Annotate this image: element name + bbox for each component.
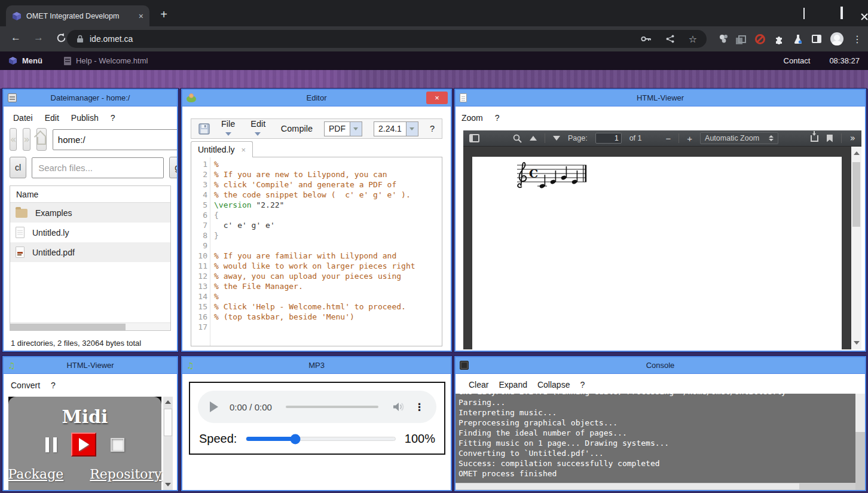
horizontal-scrollbar[interactable] xyxy=(10,322,170,330)
console-titlebar[interactable]: Console xyxy=(456,357,865,374)
menu-publish[interactable]: Publish xyxy=(71,113,99,123)
side-panel-icon[interactable] xyxy=(812,35,821,43)
speed-slider[interactable] xyxy=(246,437,395,441)
home-button[interactable] xyxy=(36,128,47,151)
page-number-input[interactable] xyxy=(595,133,622,144)
sidebar-toggle-icon[interactable] xyxy=(469,134,479,142)
next-page-icon[interactable] xyxy=(553,136,560,141)
address-bar[interactable]: ide.omet.ca ☆ xyxy=(67,30,707,48)
extension-flask-icon[interactable] xyxy=(793,34,803,44)
scroll-up-icon[interactable] xyxy=(165,400,171,404)
console-output[interactable]: GNU LilyPond 2.24.1 (running Guile) Proc… xyxy=(456,394,855,490)
version-select[interactable]: 2.24.1 xyxy=(374,121,418,136)
package-link[interactable]: Package xyxy=(8,467,63,482)
volume-icon[interactable] xyxy=(392,401,405,412)
scrollbar-thumb[interactable] xyxy=(10,324,126,330)
back-button[interactable]: « xyxy=(10,128,17,151)
key-icon[interactable] xyxy=(641,35,652,42)
menu-collapse[interactable]: Collapse xyxy=(537,380,570,389)
version-dropdown-button[interactable] xyxy=(407,121,418,136)
stop-button[interactable] xyxy=(111,438,124,452)
console-vertical-scrollbar[interactable] xyxy=(855,394,865,490)
go-button[interactable]: go xyxy=(169,157,177,178)
path-input[interactable] xyxy=(53,129,177,150)
zoom-in-icon[interactable]: + xyxy=(687,133,692,144)
scrollbar-thumb[interactable] xyxy=(164,409,172,436)
code-editor[interactable]: 1234567891011121314151617 %% If you are … xyxy=(191,157,442,346)
midi-scrollbar[interactable] xyxy=(163,397,173,490)
compile-button[interactable]: Compile xyxy=(281,124,313,133)
scroll-down-icon[interactable] xyxy=(165,483,171,486)
zoom-select[interactable]: Automatic Zoom xyxy=(700,132,778,144)
code-text[interactable]: %% If you are new to Lilypond, you can% … xyxy=(210,157,442,346)
file-row[interactable]: Untitled.ly xyxy=(10,223,170,242)
filemanager-titlebar[interactable]: Dateimanager - home:/ xyxy=(4,90,177,106)
editor-close-button[interactable]: × xyxy=(426,92,448,104)
file-list-header[interactable]: Name xyxy=(10,186,170,203)
browser-tab[interactable]: OMET Integrated Developm × xyxy=(6,5,149,26)
zoom-out-icon[interactable]: − xyxy=(666,133,671,144)
file-row[interactable]: Untitled.pdf xyxy=(10,242,170,262)
audio-seekbar[interactable] xyxy=(286,406,378,408)
clear-button[interactable]: cl xyxy=(10,157,26,178)
bookmark-star-icon[interactable]: ☆ xyxy=(689,34,697,45)
file-menu[interactable]: File xyxy=(221,119,239,138)
menu-expand[interactable]: Expand xyxy=(499,380,527,389)
new-tab-button[interactable]: + xyxy=(155,6,172,23)
taskbar-menu-button[interactable]: Menü xyxy=(8,56,42,65)
scrollbar-thumb[interactable] xyxy=(852,162,860,227)
bookmark-icon[interactable] xyxy=(827,135,833,142)
extension-blocker-icon[interactable] xyxy=(755,34,765,44)
menu-zoom[interactable]: Zoom xyxy=(461,113,483,123)
pdf-viewer-titlebar[interactable]: HTML-Viewer xyxy=(456,90,865,106)
extension-puzzle-icon[interactable] xyxy=(774,34,784,44)
download-icon[interactable] xyxy=(811,135,818,142)
edit-menu[interactable]: Edit xyxy=(250,119,270,138)
format-dropdown-button[interactable] xyxy=(350,121,362,136)
chrome-chevron-down-icon[interactable] xyxy=(803,8,805,19)
scroll-down-icon[interactable] xyxy=(854,341,860,345)
menu-help[interactable]: ? xyxy=(495,113,500,123)
window-maximize-button[interactable] xyxy=(841,8,843,19)
audio-player[interactable]: 0:00 / 0:00 ⋮ xyxy=(198,391,436,423)
menu-help[interactable]: ? xyxy=(111,113,115,123)
back-icon[interactable]: ← xyxy=(11,32,21,44)
forward-icon[interactable]: → xyxy=(33,32,44,44)
scrollbar-thumb[interactable] xyxy=(855,394,865,432)
extension-copy-icon[interactable] xyxy=(738,35,746,43)
reload-icon[interactable] xyxy=(56,33,66,43)
scroll-up-icon[interactable] xyxy=(854,151,860,155)
browser-menu-icon[interactable]: ⋮ xyxy=(852,34,862,45)
menu-help[interactable]: ? xyxy=(580,380,585,389)
taskbar-contact-link[interactable]: Contact xyxy=(784,56,811,65)
menu-datei[interactable]: Datei xyxy=(13,113,33,123)
format-select[interactable]: PDF xyxy=(324,121,362,136)
editor-titlebar[interactable]: Editor × xyxy=(182,90,451,106)
extension-molecule-icon[interactable] xyxy=(719,34,729,44)
profile-avatar[interactable] xyxy=(830,32,843,45)
menu-edit[interactable]: Edit xyxy=(45,113,59,123)
audio-play-icon[interactable] xyxy=(210,401,218,412)
pdf-content-area[interactable]: C xyxy=(463,147,861,349)
search-input[interactable] xyxy=(32,157,164,178)
tab-close-icon[interactable]: × xyxy=(139,12,143,20)
mp3-titlebar[interactable]: ♫ MP3 xyxy=(182,357,451,374)
play-button[interactable] xyxy=(71,433,96,457)
forward-button[interactable]: » xyxy=(23,128,30,151)
file-row[interactable]: Examples xyxy=(10,203,170,223)
audio-menu-icon[interactable]: ⋮ xyxy=(414,401,424,413)
menu-help[interactable]: ? xyxy=(51,381,56,390)
tab-close-icon[interactable]: × xyxy=(241,145,246,154)
more-tools-icon[interactable]: » xyxy=(850,133,855,144)
console-horizontal-scrollbar[interactable] xyxy=(456,483,855,490)
find-icon[interactable] xyxy=(513,134,522,143)
repository-link[interactable]: Repository xyxy=(90,467,161,482)
share-icon[interactable] xyxy=(666,35,674,43)
save-icon[interactable] xyxy=(198,123,210,135)
taskbar-open-document[interactable]: Help - Welcome.html xyxy=(64,56,148,65)
scrollbar-thumb[interactable] xyxy=(456,483,799,489)
editor-file-tab[interactable]: Untitled.ly × xyxy=(191,141,253,157)
slider-thumb[interactable] xyxy=(291,434,301,444)
pause-button[interactable] xyxy=(45,437,57,452)
menu-clear[interactable]: Clear xyxy=(469,380,488,389)
